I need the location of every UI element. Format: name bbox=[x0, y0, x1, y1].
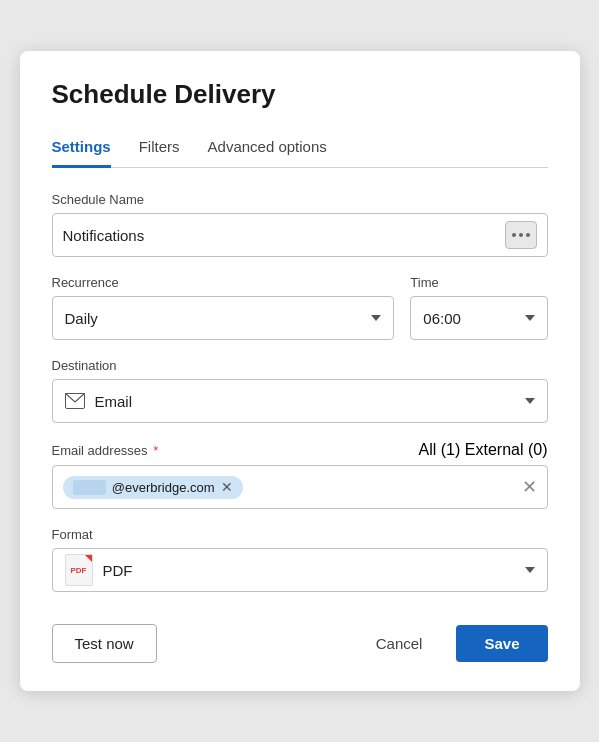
recurrence-label: Recurrence bbox=[52, 275, 395, 290]
time-value: 06:00 bbox=[423, 310, 461, 327]
format-left: PDF PDF bbox=[65, 554, 133, 586]
time-chevron-icon bbox=[525, 315, 535, 321]
email-addresses-section: Email addresses * All (1) External (0) @… bbox=[52, 441, 548, 509]
schedule-name-options-button[interactable] bbox=[505, 221, 537, 249]
test-now-button[interactable]: Test now bbox=[52, 624, 157, 663]
schedule-delivery-modal: Schedule Delivery Settings Filters Advan… bbox=[20, 51, 580, 691]
tab-bar: Settings Filters Advanced options bbox=[52, 130, 548, 168]
clear-all-icon[interactable]: ✕ bbox=[522, 478, 537, 496]
format-select[interactable]: PDF PDF bbox=[52, 548, 548, 592]
email-icon bbox=[65, 393, 85, 409]
recurrence-select[interactable]: Daily bbox=[52, 296, 395, 340]
time-select[interactable]: 06:00 bbox=[410, 296, 547, 340]
destination-value: Email bbox=[95, 393, 133, 410]
chip-remove-icon[interactable]: ✕ bbox=[221, 480, 233, 494]
destination-select[interactable]: Email bbox=[52, 379, 548, 423]
destination-left: Email bbox=[65, 393, 133, 410]
schedule-name-section: Schedule Name bbox=[52, 192, 548, 257]
chip-email-domain: @everbridge.com bbox=[112, 480, 215, 495]
recurrence-col: Recurrence Daily bbox=[52, 275, 395, 340]
save-button[interactable]: Save bbox=[456, 625, 547, 662]
external-tag: External (0) bbox=[460, 441, 547, 459]
time-col: Time 06:00 bbox=[410, 275, 547, 340]
schedule-name-label: Schedule Name bbox=[52, 192, 548, 207]
required-indicator: * bbox=[150, 443, 159, 458]
cancel-button[interactable]: Cancel bbox=[354, 625, 445, 662]
destination-label: Destination bbox=[52, 358, 548, 373]
format-chevron-icon bbox=[525, 567, 535, 573]
email-addresses-label: Email addresses * bbox=[52, 443, 159, 458]
tab-filters[interactable]: Filters bbox=[139, 130, 180, 168]
pdf-icon: PDF bbox=[65, 554, 93, 586]
all-tag[interactable]: All (1) bbox=[419, 441, 461, 459]
recurrence-time-row: Recurrence Daily Time 06:00 bbox=[52, 275, 548, 340]
schedule-name-input-wrapper bbox=[52, 213, 548, 257]
footer: Test now Cancel Save bbox=[52, 624, 548, 663]
recurrence-chevron-icon bbox=[371, 315, 381, 321]
destination-section: Destination Email bbox=[52, 358, 548, 423]
schedule-name-input[interactable] bbox=[63, 227, 505, 244]
format-section: Format PDF PDF bbox=[52, 527, 548, 592]
time-label: Time bbox=[410, 275, 547, 290]
modal-title: Schedule Delivery bbox=[52, 79, 548, 110]
format-value: PDF bbox=[103, 562, 133, 579]
tab-settings[interactable]: Settings bbox=[52, 130, 111, 168]
email-chip: @everbridge.com ✕ bbox=[63, 476, 243, 499]
tab-advanced-options[interactable]: Advanced options bbox=[208, 130, 327, 168]
recurrence-value: Daily bbox=[65, 310, 98, 327]
email-chip-container[interactable]: @everbridge.com ✕ ✕ bbox=[52, 465, 548, 509]
email-addresses-label-row: Email addresses * All (1) External (0) bbox=[52, 441, 548, 459]
chip-email-text bbox=[73, 480, 106, 495]
destination-chevron-icon bbox=[525, 398, 535, 404]
format-label: Format bbox=[52, 527, 548, 542]
